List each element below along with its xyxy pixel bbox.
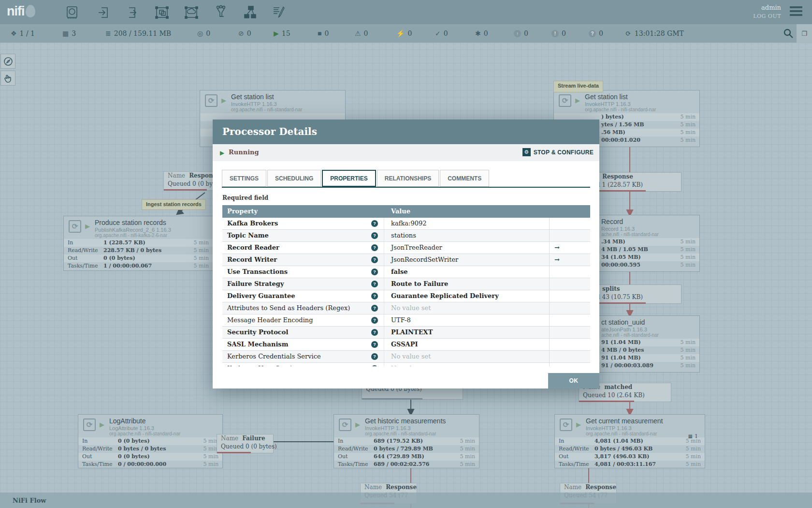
remote-process-group-icon[interactable]: [183, 5, 200, 20]
tab-settings[interactable]: SETTINGS: [222, 170, 266, 187]
stat-window: 5 min: [685, 453, 701, 460]
pan-button[interactable]: [0, 71, 15, 86]
help-icon[interactable]: ?: [371, 317, 378, 324]
logout-link[interactable]: LOG OUT: [753, 13, 781, 19]
tab-properties[interactable]: PROPERTIES: [322, 170, 376, 187]
property-value-cell[interactable]: No value set: [384, 351, 550, 362]
stale-icon: ↑: [514, 30, 521, 37]
property-row[interactable]: Record Writer?JsonRecordSetWriter→: [222, 254, 590, 266]
processor-get-historic-measurements[interactable]: ⟳▶Get historic measurementsInvokeHTTP 1.…: [334, 414, 479, 468]
stat-value: 689 / 00:02:02.576: [374, 461, 429, 467]
property-value-cell[interactable]: kafka:9092: [384, 218, 550, 229]
help-icon[interactable]: ?: [371, 244, 378, 251]
process-group-icon[interactable]: [154, 5, 170, 20]
property-row[interactable]: Kafka Brokers?kafka:9092: [222, 218, 590, 230]
help-icon[interactable]: ?: [371, 281, 378, 287]
stop-and-configure-button[interactable]: ⚙ STOP & CONFIGURE: [522, 148, 594, 156]
template-icon[interactable]: [242, 5, 258, 20]
connection-label[interactable]: NameFailureQueued 0 (0 bytes): [217, 434, 274, 453]
go-to-service-icon[interactable]: →: [554, 256, 560, 263]
property-value-cell[interactable]: PLAINTEXT: [384, 327, 550, 338]
property-row[interactable]: Failure Strategy?Route to Failure: [222, 278, 590, 290]
properties-table-header: Property Value: [222, 205, 590, 218]
property-row[interactable]: Attributes to Send as Headers (Regex)?No…: [222, 302, 590, 314]
label-icon[interactable]: [270, 5, 287, 20]
last-refresh[interactable]: ⟳ 13:01:28 GMT: [625, 24, 684, 43]
property-row[interactable]: Kerberos User Service?No value set: [222, 363, 590, 366]
tab-relationships[interactable]: RELATIONSHIPS: [377, 170, 439, 187]
tab-scheduling[interactable]: SCHEDULING: [267, 170, 321, 187]
help-icon[interactable]: ?: [371, 220, 378, 227]
help-icon[interactable]: ?: [371, 269, 378, 275]
running-icon: ▶: [274, 30, 279, 37]
invalid-count: 0: [364, 30, 368, 37]
help-icon[interactable]: ?: [371, 353, 378, 360]
help-icon[interactable]: ?: [371, 305, 378, 312]
play-icon: ▶: [221, 97, 226, 104]
breadcrumb[interactable]: NiFi Flow: [0, 493, 812, 508]
stat-row: Read/Write228.57 KB / 0 bytes5 min: [64, 247, 213, 254]
help-icon[interactable]: ?: [371, 232, 378, 239]
property-value-cell[interactable]: UTF-8: [384, 314, 550, 326]
stat-row: Tasks/Time0 / 00:00:00.0005 min: [78, 461, 222, 468]
up-to-date-count: 0: [444, 30, 448, 37]
sync-failure-icon: ?: [589, 30, 596, 37]
property-row[interactable]: Message Header Encoding?UTF-8: [222, 314, 590, 327]
property-value-cell[interactable]: No value set: [384, 302, 550, 314]
search-icon[interactable]: [783, 28, 794, 39]
help-icon[interactable]: ?: [371, 341, 378, 348]
stat-window: 5 min: [193, 255, 209, 261]
property-value-cell[interactable]: stations: [384, 230, 550, 241]
property-row[interactable]: Security Protocol?PLAINTEXT: [222, 327, 590, 339]
property-action-cell: [550, 363, 590, 366]
ok-button[interactable]: OK: [548, 373, 599, 388]
processor-type: InvokeHTTP 1.16.3: [231, 101, 277, 107]
stat-label: In: [338, 438, 343, 444]
connection-name-value: matched: [604, 384, 632, 390]
stat-label: In: [68, 239, 73, 246]
property-value-cell[interactable]: JsonTreeReader: [384, 242, 550, 254]
property-name-cell: Failure Strategy?: [222, 278, 384, 290]
processor-get-current-measurement[interactable]: ⟳▶Get current measurementInvokeHTTP 1.16…: [554, 414, 705, 468]
property-row[interactable]: Kerberos Credentials Service?No value se…: [222, 351, 590, 363]
panel-toggle-icon[interactable]: ❐: [797, 24, 812, 43]
property-row[interactable]: Record Reader?JsonTreeReader→: [222, 242, 590, 254]
help-icon[interactable]: ?: [371, 365, 378, 366]
property-value-cell[interactable]: No value set: [384, 363, 550, 366]
input-port-icon[interactable]: [96, 5, 113, 20]
global-menu-icon[interactable]: [790, 6, 802, 17]
property-value-cell[interactable]: JsonRecordSetWriter: [384, 254, 550, 266]
grouped-count: 1: [695, 433, 698, 439]
breadcrumb-root[interactable]: NiFi Flow: [13, 497, 46, 504]
output-port-icon[interactable]: [124, 5, 140, 20]
help-icon[interactable]: ?: [371, 329, 378, 336]
stat-window: 5 min: [203, 461, 218, 467]
property-value-cell[interactable]: Route to Failure: [384, 278, 550, 290]
connection-name-label: Name: [564, 484, 581, 491]
property-row[interactable]: SASL Mechanism?GSSAPI: [222, 339, 590, 351]
property-row[interactable]: Use Transactions?false: [222, 266, 590, 278]
funnel-icon[interactable]: [213, 5, 229, 20]
tab-comments[interactable]: COMMENTS: [440, 170, 489, 187]
connection-label[interactable]: splitsd 43 (10.75 KB): [592, 284, 682, 304]
flow-label[interactable]: Ingest station records: [142, 199, 206, 210]
stat-value: 0 bytes / 729.89 MB: [374, 446, 433, 452]
property-row[interactable]: Delivery Guarantee?Guarantee Replicated …: [222, 290, 590, 302]
queue-fill-bar: [593, 302, 646, 304]
birdseye-button[interactable]: [0, 54, 15, 69]
connection-label[interactable]: Responsed 1 (228.57 KB): [592, 172, 682, 192]
property-value-cell[interactable]: GSSAPI: [384, 339, 550, 350]
app-header: nifi admin LOG OUT: [0, 0, 812, 24]
processor-logattribute[interactable]: ⟳▶LogAttributeLogAttribute 1.16.3org.apa…: [78, 414, 223, 468]
processor-produce-station-records[interactable]: ⟳▶Produce station recordsPublishKafkaRec…: [63, 216, 213, 271]
flow-label[interactable]: Stream live-data: [553, 81, 603, 92]
help-icon[interactable]: ?: [371, 293, 378, 299]
property-row[interactable]: Topic Name?stations: [222, 230, 590, 242]
go-to-service-icon[interactable]: →: [554, 244, 560, 251]
processor-icon[interactable]: [64, 5, 80, 20]
property-value-cell[interactable]: false: [384, 266, 550, 278]
property-value-cell[interactable]: Guarantee Replicated Delivery: [384, 290, 550, 302]
connection-queued-row: Queued 10 (2.64 KB): [579, 391, 671, 400]
refresh-icon[interactable]: ⟳: [625, 30, 631, 37]
help-icon[interactable]: ?: [371, 256, 378, 263]
